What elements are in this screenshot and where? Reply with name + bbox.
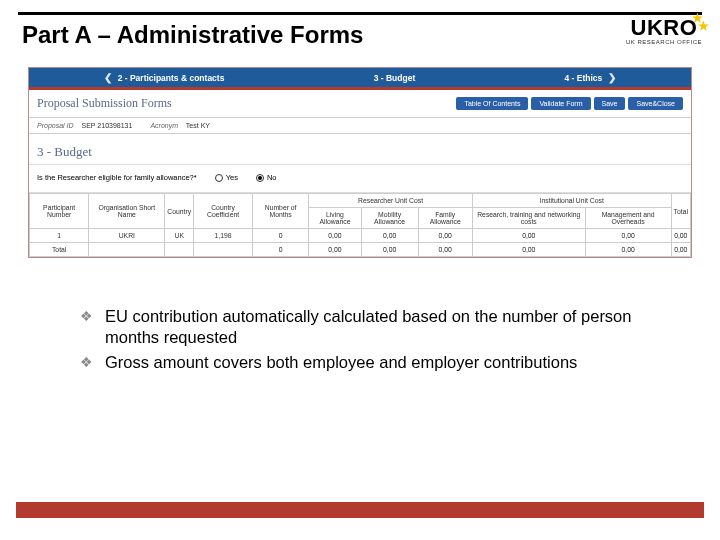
chevron-right-icon: ❯ xyxy=(608,72,616,83)
logo-text: UKRO ★ ★ xyxy=(631,15,698,41)
cell-country: UK xyxy=(165,229,194,243)
cell-living: 0,00 xyxy=(309,243,361,257)
meta-value: Test KY xyxy=(186,122,210,129)
th-ruc-group: Researcher Unit Cost xyxy=(309,194,473,208)
star-icon: ★ xyxy=(698,19,710,33)
th-research: Research, training and networking costs xyxy=(472,208,585,229)
budget-table: Participant Number Organisation Short Na… xyxy=(29,193,691,257)
proposal-meta: Proposal ID SEP 210398131 Acronym Test K… xyxy=(29,117,691,134)
ukro-logo: UKRO ★ ★ UK RESEARCH OFFICE xyxy=(626,15,702,45)
validate-button[interactable]: Validate Form xyxy=(531,97,590,110)
th-iuc-group: Institutional Unit Cost xyxy=(472,194,671,208)
cell-mobility: 0,00 xyxy=(361,229,418,243)
diamond-bullet-icon: ❖ xyxy=(80,354,93,372)
cell-pn: 1 xyxy=(30,229,89,243)
tab-label: 3 - Budget xyxy=(374,73,416,83)
th-mobility: Mobility Allowance xyxy=(361,208,418,229)
cell-research: 0,00 xyxy=(472,229,585,243)
cell-empty xyxy=(89,243,165,257)
cell-months: 0 xyxy=(253,229,309,243)
cell-family: 0,00 xyxy=(418,243,472,257)
forms-title: Proposal Submission Forms xyxy=(37,96,172,111)
cell-total-label: Total xyxy=(30,243,89,257)
save-close-button[interactable]: Save&Close xyxy=(628,97,683,110)
radio-dot-filled-icon xyxy=(256,174,264,182)
tab-label: 4 - Ethics xyxy=(565,73,603,83)
embedded-screenshot: ❮ 2 - Participants & contacts 3 - Budget… xyxy=(28,67,692,258)
th-living: Living Allowance xyxy=(309,208,361,229)
th-family: Family Allowance xyxy=(418,208,472,229)
th-months: Number of Months xyxy=(253,194,309,229)
th-country: Country xyxy=(165,194,194,229)
question-text: Is the Researcher eligible for family al… xyxy=(37,173,197,182)
action-pills: Table Of Contents Validate Form Save Sav… xyxy=(456,97,683,110)
wizard-tabs: ❮ 2 - Participants & contacts 3 - Budget… xyxy=(29,68,691,90)
forms-header: Proposal Submission Forms Table Of Conte… xyxy=(29,90,691,117)
cell-total: 0,00 xyxy=(671,243,690,257)
th-org: Organisation Short Name xyxy=(89,194,165,229)
table-total-row: Total 0 0,00 0,00 0,00 0,00 0,00 0,00 xyxy=(30,243,691,257)
radio-dot-icon xyxy=(215,174,223,182)
th-total: Total xyxy=(671,194,690,229)
logo-main-text: UKRO xyxy=(631,15,698,40)
chevron-left-icon: ❮ xyxy=(104,72,112,83)
section-title: 3 - Budget xyxy=(29,134,691,164)
toc-button[interactable]: Table Of Contents xyxy=(456,97,528,110)
meta-value: SEP 210398131 xyxy=(82,122,133,129)
cell-coef: 1,198 xyxy=(194,229,253,243)
bullet-text: Gross amount covers both employee and em… xyxy=(105,352,577,373)
tab-label: 2 - Participants & contacts xyxy=(118,73,225,83)
slide-header: Part A – Administrative Forms UKRO ★ ★ U… xyxy=(0,21,720,49)
th-pn: Participant Number xyxy=(30,194,89,229)
proposal-id: Proposal ID SEP 210398131 xyxy=(37,122,132,129)
acronym: Acronym Test KY xyxy=(150,122,210,129)
tab-ethics[interactable]: 4 - Ethics ❯ xyxy=(565,72,617,83)
th-coef: Country Coefficient xyxy=(194,194,253,229)
page-title: Part A – Administrative Forms xyxy=(18,21,363,49)
cell-empty xyxy=(165,243,194,257)
bullet-list: ❖ EU contribution automatically calculat… xyxy=(80,306,660,373)
save-button[interactable]: Save xyxy=(594,97,626,110)
cell-mgmt: 0,00 xyxy=(585,229,671,243)
diamond-bullet-icon: ❖ xyxy=(80,308,93,326)
list-item: ❖ Gross amount covers both employee and … xyxy=(80,352,660,373)
radio-label: No xyxy=(267,173,277,182)
cell-living: 0,00 xyxy=(309,229,361,243)
cell-family: 0,00 xyxy=(418,229,472,243)
list-item: ❖ EU contribution automatically calculat… xyxy=(80,306,660,348)
cell-org: UKRI xyxy=(89,229,165,243)
radio-no[interactable]: No xyxy=(256,173,277,182)
table-row: 1 UKRI UK 1,198 0 0,00 0,00 0,00 0,00 0,… xyxy=(30,229,691,243)
th-mgmt: Management and Overheads xyxy=(585,208,671,229)
radio-yes[interactable]: Yes xyxy=(215,173,238,182)
bullet-text: EU contribution automatically calculated… xyxy=(105,306,660,348)
meta-label: Proposal ID xyxy=(37,122,74,129)
tab-participants[interactable]: ❮ 2 - Participants & contacts xyxy=(104,72,225,83)
top-rule xyxy=(18,12,702,15)
cell-research: 0,00 xyxy=(472,243,585,257)
family-allowance-question: Is the Researcher eligible for family al… xyxy=(29,164,691,193)
cell-total: 0,00 xyxy=(671,229,690,243)
cell-empty xyxy=(194,243,253,257)
tab-budget[interactable]: 3 - Budget xyxy=(374,73,416,83)
meta-label: Acronym xyxy=(150,122,178,129)
cell-mobility: 0,00 xyxy=(361,243,418,257)
cell-months: 0 xyxy=(253,243,309,257)
cell-mgmt: 0,00 xyxy=(585,243,671,257)
radio-label: Yes xyxy=(226,173,238,182)
footer-bar xyxy=(16,502,704,518)
